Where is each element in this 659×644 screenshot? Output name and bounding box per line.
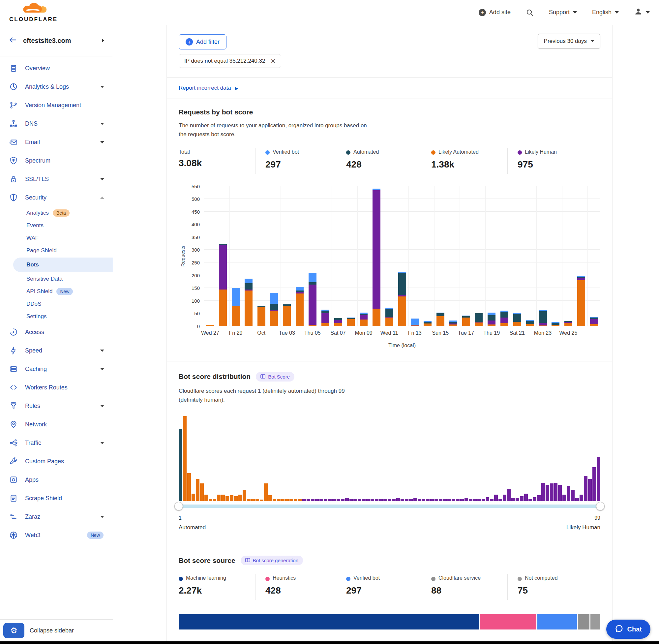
score-bar-58[interactable] bbox=[422, 499, 425, 502]
filter-chip[interactable]: IP does not equal 35.212.240.32 ✕ bbox=[179, 54, 281, 68]
search-icon[interactable] bbox=[526, 8, 534, 17]
score-bar-9[interactable] bbox=[213, 499, 217, 502]
score-bar-33[interactable] bbox=[315, 499, 319, 502]
back-arrow-icon[interactable] bbox=[8, 36, 17, 46]
sidebar-item-caching[interactable]: Caching bbox=[0, 360, 113, 378]
sidebar-item-events[interactable]: Events bbox=[0, 219, 113, 232]
sidebar-item-version-management[interactable]: Version Management bbox=[0, 96, 113, 114]
sidebar-item-access[interactable]: Access bbox=[0, 323, 113, 341]
source-segment-heuristics[interactable] bbox=[480, 614, 537, 629]
score-bar-10[interactable] bbox=[217, 495, 220, 502]
score-bar-99[interactable] bbox=[597, 457, 600, 501]
score-bar-11[interactable] bbox=[221, 495, 225, 502]
add-site-button[interactable]: + Add site bbox=[479, 9, 511, 16]
score-bar-63[interactable] bbox=[443, 499, 447, 502]
score-bar-5[interactable] bbox=[196, 479, 199, 501]
score-bar-55[interactable] bbox=[409, 499, 413, 502]
stacked-bar-mon-09[interactable] bbox=[360, 313, 368, 326]
score-bar-76[interactable] bbox=[498, 499, 502, 502]
score-bar-16[interactable] bbox=[243, 490, 246, 502]
collapse-sidebar-button[interactable]: Collapse sidebar bbox=[30, 627, 74, 634]
stacked-bar-day-10[interactable] bbox=[322, 309, 329, 326]
stacked-bar-wed-27[interactable] bbox=[206, 325, 214, 326]
score-bar-21[interactable] bbox=[264, 483, 268, 501]
report-incorrect-data-link[interactable]: Report incorrect data bbox=[179, 85, 231, 91]
slider-handle-min[interactable] bbox=[174, 502, 183, 510]
bot-score-generation-badge[interactable]: Bot score generation bbox=[241, 556, 303, 565]
stacked-bar-day-6[interactable] bbox=[270, 293, 278, 326]
score-bar-64[interactable] bbox=[447, 499, 451, 502]
sidebar-item-zaraz[interactable]: Zaraz bbox=[0, 507, 113, 526]
score-bar-6[interactable] bbox=[200, 483, 204, 501]
bot-score-badge[interactable]: Bot Score bbox=[256, 372, 295, 382]
chevron-right-icon[interactable] bbox=[102, 39, 104, 43]
score-bar-41[interactable] bbox=[349, 499, 353, 502]
sidebar-item-spectrum[interactable]: Spectrum bbox=[0, 151, 113, 170]
score-bar-26[interactable] bbox=[285, 499, 289, 502]
stacked-bar-day-12[interactable] bbox=[347, 318, 355, 326]
score-bar-69[interactable] bbox=[469, 499, 472, 502]
stacked-bar-day-28[interactable] bbox=[551, 322, 560, 326]
score-bar-73[interactable] bbox=[486, 497, 490, 502]
source-segment-not-computed[interactable] bbox=[590, 614, 600, 629]
stacked-bar-day-31[interactable] bbox=[590, 317, 598, 326]
score-bar-95[interactable] bbox=[580, 495, 583, 502]
score-bar-61[interactable] bbox=[434, 499, 438, 502]
sidebar-item-overview[interactable]: Overview bbox=[0, 59, 113, 77]
score-bar-43[interactable] bbox=[358, 499, 361, 502]
score-bar-71[interactable] bbox=[477, 499, 481, 502]
score-bar-98[interactable] bbox=[592, 467, 596, 501]
sidebar-item-security[interactable]: Security bbox=[0, 188, 113, 207]
score-bar-19[interactable] bbox=[256, 499, 259, 502]
stacked-bar-mon-23[interactable] bbox=[539, 310, 547, 326]
sidebar-item-rules[interactable]: Rules bbox=[0, 397, 113, 415]
score-bar-2[interactable] bbox=[183, 416, 187, 501]
sidebar-item-ddos[interactable]: DDoS bbox=[0, 298, 113, 310]
sidebar-item-ssl-tls[interactable]: SSL/TLS bbox=[0, 170, 113, 188]
sidebar-item-page-shield[interactable]: Page Shield bbox=[0, 244, 113, 257]
score-bar-67[interactable] bbox=[460, 499, 464, 502]
score-bar-12[interactable] bbox=[226, 496, 229, 501]
score-bar-44[interactable] bbox=[362, 499, 366, 502]
stacked-bar-day-18[interactable] bbox=[424, 321, 431, 326]
score-bar-3[interactable] bbox=[187, 473, 191, 501]
stacked-bar-day-16[interactable] bbox=[398, 272, 406, 326]
score-bar-28[interactable] bbox=[294, 499, 297, 502]
stacked-bar-day-30[interactable] bbox=[577, 276, 585, 326]
score-bar-56[interactable] bbox=[414, 498, 417, 501]
score-bar-92[interactable] bbox=[567, 486, 570, 501]
score-bar-36[interactable] bbox=[328, 499, 332, 502]
score-bar-18[interactable] bbox=[251, 499, 255, 502]
score-bar-8[interactable] bbox=[209, 499, 212, 502]
score-bar-20[interactable] bbox=[260, 500, 263, 501]
sidebar-item-apps[interactable]: Apps bbox=[0, 470, 113, 489]
source-segment-machine-learning[interactable] bbox=[179, 614, 479, 629]
sidebar-item-analytics-logs[interactable]: Analytics & Logs bbox=[0, 77, 113, 96]
close-icon[interactable]: ✕ bbox=[270, 58, 276, 64]
score-bar-91[interactable] bbox=[562, 495, 566, 502]
score-bar-72[interactable] bbox=[481, 499, 485, 502]
score-bar-14[interactable] bbox=[234, 496, 238, 501]
score-bar-96[interactable] bbox=[584, 476, 587, 501]
score-bar-40[interactable] bbox=[345, 498, 349, 501]
score-bar-85[interactable] bbox=[537, 495, 541, 501]
score-bar-32[interactable] bbox=[311, 499, 314, 502]
score-bar-77[interactable] bbox=[503, 495, 507, 502]
score-bar-60[interactable] bbox=[430, 499, 434, 502]
score-bar-80[interactable] bbox=[516, 498, 519, 501]
score-bar-62[interactable] bbox=[439, 499, 442, 502]
sidebar-item-sensitive-data[interactable]: Sensitive Data bbox=[0, 273, 113, 285]
score-bar-86[interactable] bbox=[541, 483, 545, 502]
sidebar-item-network[interactable]: Network bbox=[0, 415, 113, 434]
stacked-bar-tue-03[interactable] bbox=[283, 304, 291, 326]
score-bar-17[interactable] bbox=[247, 499, 251, 502]
sidebar-item-scrape-shield[interactable]: Scrape Shield bbox=[0, 489, 113, 507]
chat-button[interactable]: Chat bbox=[606, 620, 651, 639]
score-bar-52[interactable] bbox=[396, 498, 400, 501]
stacked-bar-sat-21[interactable] bbox=[513, 313, 521, 326]
stacked-bar-oct[interactable] bbox=[257, 306, 265, 326]
score-bar-34[interactable] bbox=[320, 499, 323, 502]
score-bar-23[interactable] bbox=[273, 499, 276, 502]
source-segment-cloudflare-service[interactable] bbox=[578, 614, 589, 629]
score-bar-38[interactable] bbox=[336, 499, 340, 502]
